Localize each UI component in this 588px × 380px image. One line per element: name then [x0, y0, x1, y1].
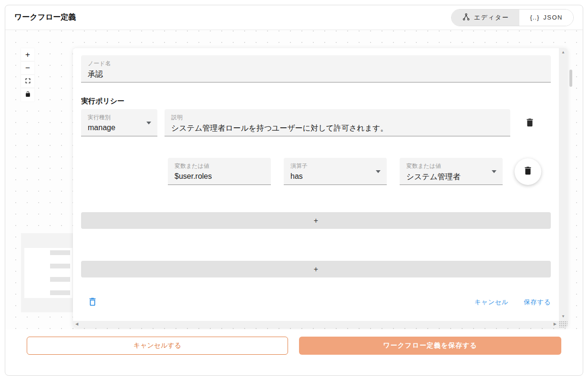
policy-row: 実行種別 manage 説明 システム管理者ロールを持つユーザーに対して許可され…	[81, 109, 551, 136]
background-node-bar	[50, 264, 70, 268]
zoom-in-button[interactable]: +	[21, 48, 34, 62]
curly-braces-icon: {..}	[530, 14, 539, 21]
delete-condition-button[interactable]	[515, 158, 541, 185]
condition-operator-label: 演算子	[290, 162, 380, 170]
vertical-scrollbar[interactable]: ▲ ▼	[559, 48, 567, 321]
condition-row: 変数または値 $user.roles 演算子 has 変数または値 システム管理…	[168, 158, 551, 185]
condition-variable-field[interactable]: 変数または値 $user.roles	[168, 158, 271, 185]
exec-type-value: manage	[88, 123, 151, 132]
zoom-out-button[interactable]: −	[21, 62, 34, 75]
condition-operator-value: has	[290, 172, 380, 181]
scroll-up-icon[interactable]: ▲	[561, 51, 565, 54]
policy-description-label: 説明	[171, 113, 504, 122]
condition-variable-value: $user.roles	[175, 172, 264, 181]
delete-policy-button[interactable]	[520, 113, 539, 133]
node-editor-panel: ノード名 承認 実行ポリシー 実行種別 manage 説明 システム管理者ロール…	[73, 48, 567, 328]
canvas-controls: + −	[21, 48, 34, 102]
scroll-right-icon[interactable]: ▶	[554, 322, 557, 326]
page-title: ワークフロー定義	[14, 12, 76, 22]
node-name-label: ノード名	[88, 60, 544, 68]
delete-node-button[interactable]	[87, 297, 98, 308]
canvas-scroll-thumb[interactable]	[569, 70, 572, 87]
action-bar: キャンセルする ワークフロー定義を保存する	[5, 329, 583, 355]
chevron-down-icon	[492, 170, 496, 175]
exec-type-label: 実行種別	[88, 113, 151, 122]
fit-view-button[interactable]	[21, 75, 34, 88]
exec-type-select[interactable]: 実行種別 manage	[81, 109, 157, 136]
workflow-canvas[interactable]: + −	[5, 30, 583, 329]
condition-value-value: システム管理者	[406, 172, 496, 182]
scrollbar-corner	[559, 321, 567, 328]
trash-outline-icon	[87, 296, 98, 309]
node-name-field[interactable]: ノード名 承認	[81, 55, 551, 82]
node-name-value: 承認	[88, 70, 544, 80]
cancel-workflow-button[interactable]: キャンセルする	[27, 337, 288, 355]
add-condition-button[interactable]: +	[81, 212, 551, 229]
save-node-button[interactable]: 保存する	[524, 298, 551, 307]
scroll-left-icon[interactable]: ◀	[75, 322, 78, 326]
background-node	[21, 233, 74, 312]
trash-icon	[523, 165, 533, 177]
editor-footer-links: キャンセル 保存する	[475, 298, 551, 307]
lock-open-icon	[25, 90, 31, 100]
scroll-down-icon[interactable]: ▼	[561, 315, 565, 318]
add-policy-button[interactable]: +	[81, 261, 551, 277]
toggle-editor-label: エディター	[474, 13, 509, 22]
background-node-bar	[50, 290, 70, 295]
graph-icon	[462, 13, 470, 22]
chevron-down-icon	[146, 122, 151, 127]
workflow-definition-card: ワークフロー定義 エディター {..} JSON + −	[5, 5, 583, 376]
condition-variable-label: 変数または値	[175, 162, 264, 170]
policy-description-value: システム管理者ロールを持つユーザーに対して許可されます。	[171, 123, 504, 134]
background-node-bar	[50, 250, 70, 255]
toggle-editor-button[interactable]: エディター	[452, 10, 520, 26]
condition-value-label: 変数または値	[406, 162, 496, 170]
header: ワークフロー定義 エディター {..} JSON	[5, 5, 583, 30]
view-mode-toggle: エディター {..} JSON	[451, 9, 574, 26]
condition-value-select[interactable]: 変数または値 システム管理者	[400, 158, 503, 185]
trash-icon	[525, 117, 535, 129]
node-editor-content: ノード名 承認 実行ポリシー 実行種別 manage 説明 システム管理者ロール…	[73, 48, 559, 321]
background-node-card	[24, 248, 72, 298]
background-node-bar	[50, 277, 70, 282]
toggle-json-label: JSON	[543, 14, 563, 21]
policy-description-field[interactable]: 説明 システム管理者ロールを持つユーザーに対して許可されます。	[165, 109, 510, 136]
save-workflow-button[interactable]: ワークフロー定義を保存する	[299, 337, 561, 355]
chevron-down-icon	[376, 170, 381, 175]
cancel-node-button[interactable]: キャンセル	[475, 298, 509, 307]
toggle-json-button[interactable]: {..} JSON	[519, 10, 573, 26]
policy-section-heading: 実行ポリシー	[81, 97, 551, 106]
horizontal-scrollbar[interactable]: ◀ ▶	[73, 321, 559, 328]
lock-toggle-button[interactable]	[21, 88, 34, 102]
condition-operator-select[interactable]: 演算子 has	[284, 158, 387, 185]
editor-footer: キャンセル 保存する	[81, 297, 551, 308]
fit-view-icon	[25, 77, 31, 86]
